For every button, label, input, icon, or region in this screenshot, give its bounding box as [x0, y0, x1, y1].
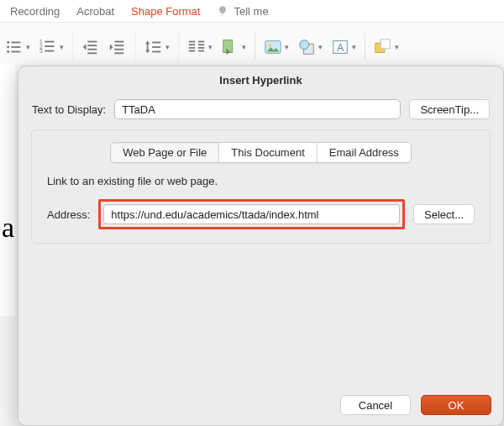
insert-hyperlink-dialog: Insert Hyperlink Text to Display: Screen… [18, 66, 504, 426]
cancel-button[interactable]: Cancel [340, 395, 411, 415]
svg-rect-20 [152, 42, 160, 44]
ruler-corner [0, 64, 15, 79]
page-glyph: a [2, 212, 14, 244]
svg-rect-23 [189, 41, 195, 43]
chevron-down-icon: ▾ [208, 43, 213, 51]
ribbon-tabs: Recording Acrobat Shape Format Tell me [0, 0, 504, 22]
page-edge [0, 64, 15, 316]
lightbulb-icon [217, 5, 228, 17]
svg-rect-12 [87, 41, 97, 43]
text-direction-button[interactable]: ▾ [221, 38, 246, 56]
link-type-segmented: Web Page or File This Document Email Add… [47, 142, 475, 163]
insert-shapes-button[interactable]: ▾ [297, 38, 323, 56]
chevron-down-icon: ▾ [60, 43, 64, 51]
bulleted-list-button[interactable]: ▾ [5, 38, 30, 56]
svg-rect-10 [45, 45, 54, 47]
svg-rect-14 [87, 49, 97, 50]
text-to-display-label: Text to Display: [32, 103, 106, 116]
svg-rect-3 [11, 42, 20, 44]
screentip-button[interactable]: ScreenTip... [409, 99, 490, 119]
insert-textbox-button[interactable]: A ▾ [331, 38, 356, 56]
svg-rect-4 [11, 46, 20, 48]
insert-picture-button[interactable]: ▾ [264, 38, 289, 56]
numbered-list-button[interactable]: 123 ▾ [39, 38, 64, 56]
dialog-footer: Cancel OK [340, 395, 491, 415]
chevron-down-icon: ▾ [352, 43, 356, 51]
separator [72, 33, 73, 61]
svg-rect-22 [152, 51, 160, 53]
increase-indent-button[interactable] [108, 38, 127, 56]
columns-button[interactable]: ▾ [187, 38, 213, 56]
svg-rect-13 [87, 45, 97, 46]
tell-me-label: Tell me [234, 5, 268, 18]
svg-point-0 [7, 41, 9, 44]
svg-point-33 [269, 44, 272, 47]
chevron-down-icon: ▾ [285, 43, 289, 51]
svg-rect-16 [114, 41, 123, 43]
segment-this-document[interactable]: This Document [218, 143, 316, 162]
ribbon-tab-shape-format[interactable]: Shape Format [124, 2, 207, 21]
line-spacing-button[interactable]: ▾ [144, 38, 170, 56]
ribbon-tab-acrobat[interactable]: Acrobat [70, 2, 121, 21]
svg-rect-30 [198, 50, 204, 52]
ok-button[interactable]: OK [421, 395, 491, 415]
svg-rect-26 [189, 50, 195, 52]
dialog-title: Insert Hyperlink [18, 66, 503, 92]
svg-rect-5 [11, 51, 20, 53]
svg-text:3: 3 [39, 48, 43, 54]
svg-rect-28 [198, 44, 204, 45]
svg-rect-19 [114, 52, 123, 54]
separator [135, 33, 136, 61]
svg-rect-29 [198, 47, 204, 49]
ribbon-tab-tell-me[interactable]: Tell me [210, 2, 275, 21]
svg-text:A: A [337, 42, 344, 54]
svg-rect-25 [189, 47, 195, 49]
select-file-button[interactable]: Select... [413, 204, 475, 224]
svg-rect-24 [189, 44, 195, 45]
ribbon-tab-recording[interactable]: Recording [3, 2, 66, 21]
arrange-button[interactable]: ▾ [374, 38, 399, 56]
group-separator [255, 33, 255, 61]
link-hint-text: Link to an existing file or web page. [47, 175, 475, 187]
svg-rect-17 [114, 45, 123, 46]
link-panel: Web Page or File This Document Email Add… [31, 129, 491, 244]
separator [178, 33, 179, 61]
svg-rect-11 [45, 50, 54, 52]
address-input[interactable] [103, 204, 400, 224]
svg-point-35 [300, 40, 309, 50]
svg-point-2 [7, 50, 9, 53]
address-highlight [98, 199, 405, 229]
segment-web-page-or-file[interactable]: Web Page or File [111, 143, 218, 162]
svg-rect-15 [87, 52, 97, 54]
segment-email-address[interactable]: Email Address [317, 143, 411, 162]
chevron-down-icon: ▾ [395, 43, 399, 51]
svg-rect-21 [152, 46, 160, 48]
text-to-display-input[interactable] [114, 99, 401, 119]
chevron-down-icon: ▾ [26, 43, 30, 51]
svg-rect-9 [45, 41, 54, 43]
svg-rect-18 [114, 49, 123, 50]
chevron-down-icon: ▾ [318, 43, 323, 51]
address-label: Address: [47, 208, 90, 221]
chevron-down-icon: ▾ [242, 43, 246, 51]
group-separator [365, 33, 365, 61]
svg-rect-27 [198, 41, 204, 43]
svg-rect-39 [381, 39, 390, 49]
svg-point-1 [7, 46, 9, 49]
chevron-down-icon: ▾ [165, 43, 170, 51]
decrease-indent-button[interactable] [81, 38, 100, 56]
